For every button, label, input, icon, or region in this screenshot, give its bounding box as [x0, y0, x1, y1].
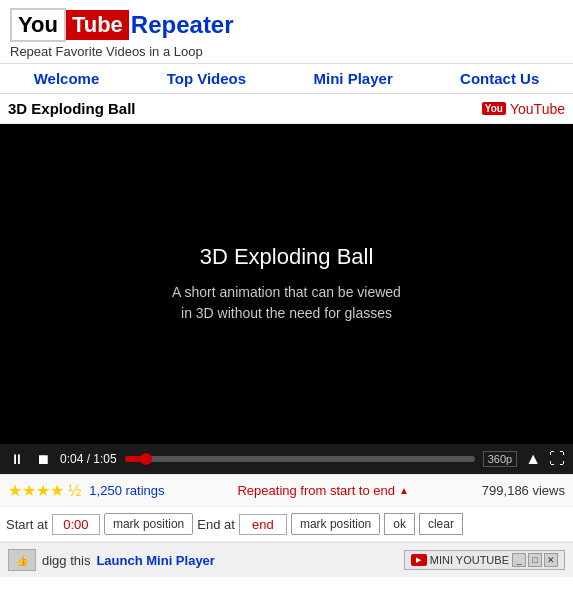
repeat-status: Repeating from start to end — [237, 483, 395, 498]
digg-area: 👍 digg this Launch Mini Player — [8, 549, 215, 571]
fullscreen-btn[interactable]: ⛶ — [549, 450, 565, 468]
repeat-arrow-icon: ▲ — [399, 485, 409, 496]
clear-btn[interactable]: clear — [419, 513, 463, 535]
video-subtitle: A short animation that can be viewed in … — [172, 282, 401, 324]
window-buttons: _ □ ✕ — [512, 553, 558, 567]
youtube-label: YouTube — [510, 101, 565, 117]
close-btn[interactable]: ✕ — [544, 553, 558, 567]
half-star: ½ — [68, 482, 81, 500]
digg-thumb[interactable]: 👍 — [8, 549, 36, 571]
mini-youtube-icon — [411, 554, 427, 566]
video-controls: ⏸ ⏹ 0:04 / 1:05 360p ▲ ⛶ — [0, 444, 573, 474]
nav-welcome[interactable]: Welcome — [34, 70, 100, 87]
play-pause-btn[interactable]: ⏸ — [8, 451, 26, 467]
launch-mini-player-link[interactable]: Launch Mini Player — [96, 553, 214, 568]
video-title: 3D Exploding Ball — [8, 100, 136, 117]
ok-btn[interactable]: ok — [384, 513, 415, 535]
nav: Welcome Top Videos Mini Player Contact U… — [0, 63, 573, 94]
minimize-btn[interactable]: _ — [512, 553, 526, 567]
start-input[interactable] — [52, 514, 100, 535]
logo-you: You — [10, 8, 66, 42]
footer-bar: 👍 digg this Launch Mini Player MINI YOUT… — [0, 542, 573, 577]
digg-text: digg this — [42, 553, 90, 568]
start-label: Start at — [6, 517, 48, 532]
view-count: 799,186 views — [482, 483, 565, 498]
youtube-link[interactable]: You YouTube — [482, 101, 565, 117]
subtitle-line1: A short animation that can be viewed — [172, 284, 401, 300]
progress-bar[interactable] — [125, 456, 475, 462]
star-rating: ★★★★ — [8, 481, 64, 500]
video-main-title: 3D Exploding Ball — [200, 244, 374, 270]
end-mark-btn[interactable]: mark position — [291, 513, 380, 535]
progress-thumb — [140, 453, 152, 465]
nav-top-videos[interactable]: Top Videos — [167, 70, 246, 87]
end-input[interactable] — [239, 514, 287, 535]
header: You Tube Repeater Repeat Favorite Videos… — [0, 0, 573, 63]
end-label: End at — [197, 517, 235, 532]
nav-contact-us[interactable]: Contact Us — [460, 70, 539, 87]
restore-btn[interactable]: □ — [528, 553, 542, 567]
expand-btn[interactable]: ▲ — [525, 450, 541, 468]
ratings-count[interactable]: 1,250 ratings — [89, 483, 164, 498]
start-mark-btn[interactable]: mark position — [104, 513, 193, 535]
mini-youtube-label: MINI YOUTUBE — [430, 554, 509, 566]
mini-youtube-btn[interactable]: MINI YOUTUBE _ □ ✕ — [404, 550, 565, 570]
quality-btn[interactable]: 360p — [483, 451, 517, 467]
progress-fill — [125, 456, 146, 462]
subtitle-line2: in 3D without the need for glasses — [181, 305, 392, 321]
yt-logo-small: You — [482, 102, 506, 115]
nav-mini-player[interactable]: Mini Player — [314, 70, 393, 87]
loop-controls: Start at mark position End at mark posit… — [0, 507, 573, 542]
logo-tube: Tube — [66, 10, 129, 40]
stop-btn[interactable]: ⏹ — [34, 451, 52, 467]
logo-repeater: Repeater — [131, 11, 234, 39]
logo: You Tube Repeater — [10, 8, 563, 42]
video-player[interactable]: 3D Exploding Ball A short animation that… — [0, 124, 573, 444]
tagline: Repeat Favorite Videos in a Loop — [10, 44, 563, 59]
time-display: 0:04 / 1:05 — [60, 452, 117, 466]
video-title-bar: 3D Exploding Ball You YouTube — [0, 94, 573, 124]
ratings-bar: ★★★★ ½ 1,250 ratings Repeating from star… — [0, 474, 573, 507]
